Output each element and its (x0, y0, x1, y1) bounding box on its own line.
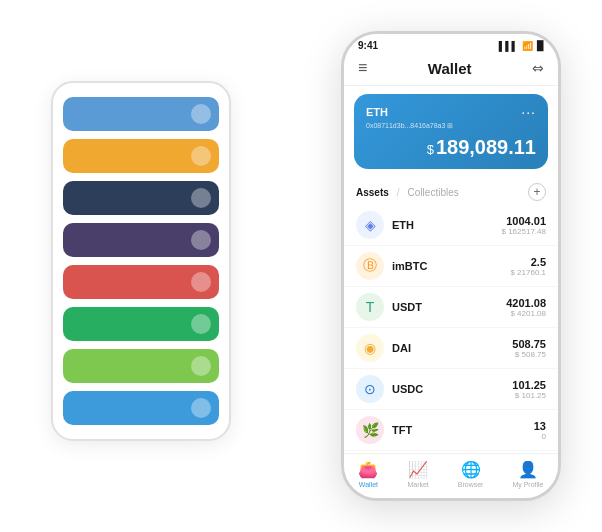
nav-icon-my-profile: 👤 (518, 460, 538, 479)
add-asset-button[interactable]: + (528, 183, 546, 201)
asset-icon-imbtc: Ⓑ (356, 252, 384, 280)
color-bar-dot (191, 188, 211, 208)
eth-card-menu[interactable]: ··· (521, 104, 536, 120)
asset-icon-tft: 🌿 (356, 416, 384, 444)
eth-card-value: 189,089.11 (436, 136, 536, 158)
asset-name-tft: TFT (392, 424, 534, 436)
asset-name-imbtc: imBTC (392, 260, 510, 272)
asset-amount-dai: 508.75 (512, 338, 546, 350)
bg-card (51, 81, 231, 441)
nav-item-my-profile[interactable]: 👤My Profile (512, 460, 543, 488)
asset-item-dai[interactable]: ◉DAI508.75$ 508.75 (344, 328, 558, 369)
asset-values-dai: 508.75$ 508.75 (512, 338, 546, 359)
scene: 9:41 ▌▌▌ 📶 ▉ ≡ Wallet ⇔ ETH ··· 0x08711d… (21, 21, 581, 511)
asset-usd-tft: 0 (534, 432, 546, 441)
color-bar-dot (191, 272, 211, 292)
assets-header: Assets / Collectibles + (344, 177, 558, 205)
color-bar-orange (63, 139, 219, 173)
asset-usd-usdt: $ 4201.08 (506, 309, 546, 318)
asset-item-eth[interactable]: ◈ETH1004.01$ 162517.48 (344, 205, 558, 246)
expand-icon[interactable]: ⇔ (532, 60, 544, 76)
asset-amount-eth: 1004.01 (502, 215, 547, 227)
assets-tabs: Assets / Collectibles (356, 187, 459, 198)
phone-header: ≡ Wallet ⇔ (344, 55, 558, 86)
nav-item-browser[interactable]: 🌐Browser (458, 460, 484, 488)
color-bar-dot (191, 230, 211, 250)
eth-card[interactable]: ETH ··· 0x08711d3b...8416a78a3 ⊞ $189,08… (354, 94, 548, 169)
asset-usd-usdc: $ 101.25 (512, 391, 546, 400)
color-bar-green1 (63, 307, 219, 341)
color-bar-dot (191, 104, 211, 124)
color-bar-dot (191, 398, 211, 418)
tab-divider: / (397, 187, 400, 198)
asset-name-usdc: USDC (392, 383, 512, 395)
color-bar-lightgreen (63, 349, 219, 383)
asset-values-imbtc: 2.5$ 21760.1 (510, 256, 546, 277)
nav-item-market[interactable]: 📈Market (407, 460, 428, 488)
bottom-nav: 👛Wallet📈Market🌐Browser👤My Profile (344, 453, 558, 498)
nav-icon-market: 📈 (408, 460, 428, 479)
eth-card-label: ETH (366, 106, 388, 118)
signal-icon: ▌▌▌ (499, 41, 518, 51)
color-bar-darkblue (63, 181, 219, 215)
color-bar-dot (191, 146, 211, 166)
battery-icon: ▉ (537, 41, 544, 51)
eth-card-top: ETH ··· (366, 104, 536, 120)
asset-name-eth: ETH (392, 219, 502, 231)
eth-card-currency: $ (427, 142, 434, 157)
wifi-icon: 📶 (522, 41, 533, 51)
nav-label-my-profile: My Profile (512, 481, 543, 488)
color-bar-dot (191, 356, 211, 376)
asset-icon-dai: ◉ (356, 334, 384, 362)
nav-icon-browser: 🌐 (461, 460, 481, 479)
asset-name-usdt: USDT (392, 301, 506, 313)
asset-usd-imbtc: $ 21760.1 (510, 268, 546, 277)
menu-icon[interactable]: ≡ (358, 59, 367, 77)
asset-amount-usdt: 4201.08 (506, 297, 546, 309)
asset-values-usdc: 101.25$ 101.25 (512, 379, 546, 400)
asset-values-eth: 1004.01$ 162517.48 (502, 215, 547, 236)
asset-name-dai: DAI (392, 342, 512, 354)
tab-collectibles[interactable]: Collectibles (408, 187, 459, 198)
status-time: 9:41 (358, 40, 378, 51)
asset-item-usdt[interactable]: TUSDT4201.08$ 4201.08 (344, 287, 558, 328)
phone-mockup: 9:41 ▌▌▌ 📶 ▉ ≡ Wallet ⇔ ETH ··· 0x08711d… (341, 31, 561, 501)
color-bar-dot (191, 314, 211, 334)
color-bar-purple (63, 223, 219, 257)
eth-card-amount: $189,089.11 (366, 136, 536, 159)
asset-item-imbtc[interactable]: ⒷimBTC2.5$ 21760.1 (344, 246, 558, 287)
nav-label-market: Market (407, 481, 428, 488)
asset-usd-dai: $ 508.75 (512, 350, 546, 359)
asset-amount-usdc: 101.25 (512, 379, 546, 391)
asset-usd-eth: $ 162517.48 (502, 227, 547, 236)
asset-item-tft[interactable]: 🌿TFT130 (344, 410, 558, 451)
nav-item-wallet[interactable]: 👛Wallet (358, 460, 378, 488)
asset-list: ◈ETH1004.01$ 162517.48ⒷimBTC2.5$ 21760.1… (344, 205, 558, 453)
phone-content: ETH ··· 0x08711d3b...8416a78a3 ⊞ $189,08… (344, 86, 558, 453)
status-bar: 9:41 ▌▌▌ 📶 ▉ (344, 34, 558, 55)
asset-icon-usdc: ⊙ (356, 375, 384, 403)
status-icons: ▌▌▌ 📶 ▉ (499, 41, 544, 51)
nav-label-wallet: Wallet (359, 481, 378, 488)
asset-amount-imbtc: 2.5 (510, 256, 546, 268)
asset-item-usdc[interactable]: ⊙USDC101.25$ 101.25 (344, 369, 558, 410)
eth-card-address: 0x08711d3b...8416a78a3 ⊞ (366, 122, 536, 130)
asset-values-tft: 130 (534, 420, 546, 441)
tab-assets[interactable]: Assets (356, 187, 389, 198)
color-bar-red (63, 265, 219, 299)
asset-amount-tft: 13 (534, 420, 546, 432)
color-bar-blue2 (63, 391, 219, 425)
color-bar-blue1 (63, 97, 219, 131)
asset-icon-eth: ◈ (356, 211, 384, 239)
nav-icon-wallet: 👛 (358, 460, 378, 479)
asset-icon-usdt: T (356, 293, 384, 321)
header-title: Wallet (428, 60, 472, 77)
asset-values-usdt: 4201.08$ 4201.08 (506, 297, 546, 318)
nav-label-browser: Browser (458, 481, 484, 488)
